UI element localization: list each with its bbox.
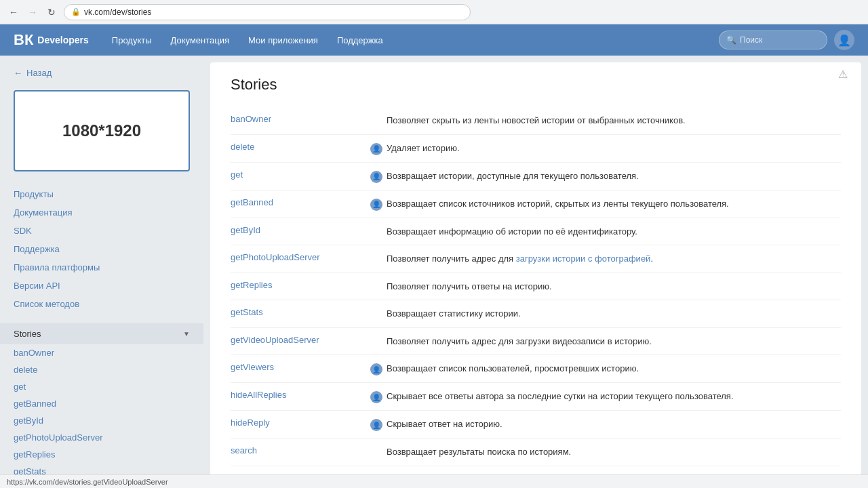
- method-row-hidereply: hideReply 👤 Скрывает ответ на историю.: [231, 411, 841, 439]
- search-icon: 🔍: [726, 35, 736, 45]
- method-row-getreplies: getReplies Позволяет получить ответы на …: [231, 273, 841, 301]
- method-desc-getreplies: Позволяет получить ответы на историю.: [387, 280, 841, 293]
- nav-docs[interactable]: Документация: [161, 24, 239, 56]
- method-auth-getreplies: [366, 280, 387, 281]
- method-row-get: get 👤 Возвращает истории, доступные для …: [231, 163, 841, 190]
- method-link-getbanned[interactable]: getBanned: [231, 197, 273, 207]
- nav-myapps[interactable]: Мои приложения: [239, 24, 328, 56]
- header-search[interactable]: 🔍 Поиск: [719, 30, 827, 49]
- photo-upload-link[interactable]: загрузки истории с фотографией: [516, 253, 651, 264]
- alert-icon: ⚠: [838, 68, 848, 80]
- sidebar-section-stories: Stories ▼ banOwner delete get getBanned …: [0, 323, 203, 488]
- auth-icon-get: 👤: [370, 171, 382, 183]
- method-row-delete: delete 👤 Удаляет историю.: [231, 135, 841, 163]
- sidebar-section-label: Stories: [14, 329, 41, 339]
- sidebar-nav-support[interactable]: Поддержка: [0, 240, 203, 258]
- forward-browser-btn[interactable]: →: [26, 5, 39, 19]
- sidebar-item-getreplies[interactable]: getReplies: [0, 446, 203, 463]
- sidebar-item-getbyid[interactable]: getById: [0, 412, 203, 429]
- sidebar-item-delete[interactable]: delete: [0, 361, 203, 378]
- method-auth-delete: 👤: [366, 142, 387, 155]
- method-auth-banowner: [366, 114, 387, 115]
- method-row-banowner: banOwner Позволяет скрыть из ленты новос…: [231, 107, 841, 135]
- sidebar-item-getbanned[interactable]: getBanned: [0, 395, 203, 412]
- sidebar-nav-methods[interactable]: Список методов: [0, 295, 203, 313]
- sidebar-section-header[interactable]: Stories ▼: [0, 323, 203, 344]
- reload-browser-btn[interactable]: ↻: [45, 5, 58, 19]
- method-desc-search: Возвращает результаты поиска по историям…: [387, 445, 841, 459]
- back-button[interactable]: ← Назад: [0, 62, 203, 83]
- sidebar-nav-docs[interactable]: Документация: [0, 203, 203, 222]
- method-name-getbyid: getById: [231, 225, 366, 235]
- nav-support[interactable]: Поддержка: [328, 24, 393, 56]
- method-link-getvideouploadserver[interactable]: getVideoUploadServer: [231, 335, 319, 345]
- auth-icon-getviewers: 👤: [370, 363, 382, 375]
- auth-icon-getbanned: 👤: [370, 199, 382, 211]
- method-desc-getviewers: Возвращает список пользователей, просмот…: [387, 362, 841, 375]
- method-desc-getvideouploadserver: Позволяет получить адрес для загрузки ви…: [387, 335, 841, 348]
- browser-bar: ← → ↻ 🔒 vk.com/dev/stories: [0, 0, 868, 24]
- method-link-getstats[interactable]: getStats: [231, 307, 263, 317]
- sidebar-item-banowner[interactable]: banOwner: [0, 344, 203, 361]
- method-link-search[interactable]: search: [231, 445, 257, 455]
- method-desc-getbyid: Возвращает информацию об истории по её и…: [387, 225, 841, 239]
- user-avatar[interactable]: 👤: [834, 30, 854, 50]
- method-desc-delete: Удаляет историю.: [387, 142, 841, 155]
- avatar-icon: 👤: [837, 34, 851, 47]
- left-panel: ← Назад 1080*1920 Продукты Документация …: [0, 56, 203, 488]
- vk-logo[interactable]: ВК Developers: [14, 31, 89, 49]
- method-link-get[interactable]: get: [231, 169, 243, 180]
- method-link-getviewers[interactable]: getViewers: [231, 362, 274, 372]
- auth-icon-delete: 👤: [370, 143, 382, 155]
- page-title: Stories: [231, 76, 841, 94]
- search-placeholder: Поиск: [740, 35, 762, 45]
- method-name-getvideouploadserver: getVideoUploadServer: [231, 335, 366, 345]
- method-auth-getbyid: [366, 225, 387, 226]
- back-arrow-icon: ←: [14, 68, 22, 78]
- sidebar-nav-products[interactable]: Продукты: [0, 185, 203, 203]
- back-browser-btn[interactable]: ←: [7, 5, 20, 19]
- method-auth-getvideouploadserver: [366, 335, 387, 336]
- method-name-banowner: banOwner: [231, 114, 366, 124]
- method-link-hideallreplies[interactable]: hideAllReplies: [231, 390, 286, 400]
- method-link-getreplies[interactable]: getReplies: [231, 280, 272, 290]
- preview-text: 1080*1920: [62, 121, 141, 140]
- method-desc-getbanned: Возвращает список источников историй, ск…: [387, 197, 841, 211]
- auth-icon-hidereply: 👤: [370, 419, 382, 431]
- method-name-hideallreplies: hideAllReplies: [231, 390, 366, 400]
- address-bar[interactable]: 🔒 vk.com/dev/stories: [64, 4, 471, 20]
- status-bar: https://vk.com/dev/stories.getVideoUploa…: [0, 474, 868, 488]
- vk-logo-text: Developers: [37, 35, 88, 45]
- vk-icon: ВК: [14, 31, 33, 49]
- sidebar-item-get[interactable]: get: [0, 378, 203, 395]
- method-auth-hidereply: 👤: [366, 418, 387, 431]
- method-name-hidereply: hideReply: [231, 418, 366, 428]
- sidebar-item-getphotouploadserver[interactable]: getPhotoUploadServer: [0, 429, 203, 446]
- lock-icon: 🔒: [71, 7, 81, 16]
- vk-header: ВК Developers Продукты Документация Мои …: [0, 24, 868, 56]
- method-link-getphotouploadserver[interactable]: getPhotoUploadServer: [231, 252, 320, 262]
- method-desc-banowner: Позволяет скрыть из ленты новостей истор…: [387, 114, 841, 127]
- method-link-getbyid[interactable]: getById: [231, 225, 260, 235]
- right-content: ⚠ Stories banOwner Позволяет скрыть из л…: [210, 62, 861, 481]
- method-row-hideallreplies: hideAllReplies 👤 Скрывает все ответы авт…: [231, 383, 841, 411]
- method-link-banowner[interactable]: banOwner: [231, 114, 271, 124]
- alert-area: ⚠: [838, 68, 848, 81]
- method-desc-getphotouploadserver: Позволяет получить адрес для загрузки ис…: [387, 252, 841, 266]
- sidebar-section-items: banOwner delete get getBanned getById ge…: [0, 344, 203, 488]
- method-link-hidereply[interactable]: hideReply: [231, 418, 270, 428]
- sidebar-top-nav: Продукты Документация SDK Поддержка Прав…: [0, 178, 203, 320]
- method-link-delete[interactable]: delete: [231, 142, 254, 152]
- vk-nav: Продукты Документация Мои приложения Под…: [102, 24, 393, 56]
- nav-products[interactable]: Продукты: [102, 24, 161, 56]
- back-label: Назад: [26, 68, 52, 78]
- method-name-getviewers: getViewers: [231, 362, 366, 372]
- method-auth-getphotouploadserver: [366, 252, 387, 253]
- status-url: https://vk.com/dev/stories.getVideoUploa…: [7, 478, 168, 486]
- sidebar-nav-platform[interactable]: Правила платформы: [0, 258, 203, 277]
- method-name-getbanned: getBanned: [231, 197, 366, 207]
- main-area: ← Назад 1080*1920 Продукты Документация …: [0, 56, 868, 488]
- sidebar-nav-sdk[interactable]: SDK: [0, 222, 203, 240]
- sidebar-nav-versions[interactable]: Версии API: [0, 277, 203, 295]
- method-name-getstats: getStats: [231, 307, 366, 317]
